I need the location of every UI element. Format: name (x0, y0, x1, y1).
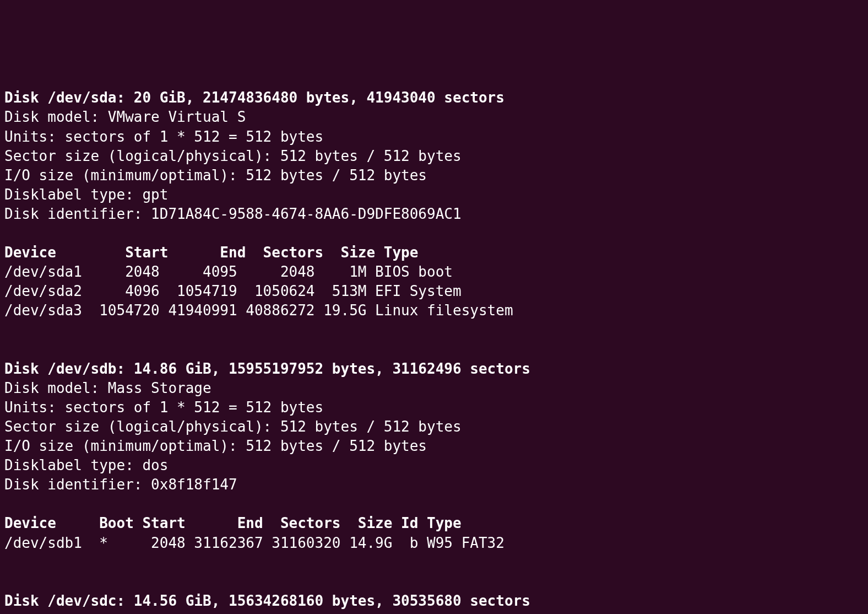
sdb-partition-table-header: Device Boot Start End Sectors Size Id Ty… (4, 514, 864, 533)
disk-sdb-disklabel: Disklabel type: dos (4, 456, 864, 475)
disk-sda-header: Disk /dev/sda: 20 GiB, 21474836480 bytes… (4, 88, 864, 107)
disk-sdb-identifier: Disk identifier: 0x8f18f147 (4, 475, 864, 494)
blank-line (4, 572, 864, 591)
disk-sdc-header: Disk /dev/sdc: 14.56 GiB, 15634268160 by… (4, 591, 864, 611)
disk-sdb-sector-size: Sector size (logical/physical): 512 byte… (4, 417, 864, 437)
blank-line (4, 224, 864, 243)
sda-partition-row: /dev/sda3 1054720 41940991 40886272 19.5… (4, 301, 864, 320)
blank-line (4, 340, 864, 359)
disk-sdb-units: Units: sectors of 1 * 512 = 512 bytes (4, 398, 864, 417)
disk-sda-units: Units: sectors of 1 * 512 = 512 bytes (4, 127, 864, 147)
blank-line (4, 494, 864, 514)
blank-line (4, 321, 864, 340)
disk-sdc-model: Disk model: STORAGE DEVICE (4, 611, 864, 614)
disk-sdb-header: Disk /dev/sdb: 14.86 GiB, 15955197952 by… (4, 359, 864, 379)
sdb-partition-row: /dev/sdb1 * 2048 31162367 31160320 14.9G… (4, 534, 864, 553)
disk-sda-model: Disk model: VMware Virtual S (4, 107, 864, 127)
sda-partition-table-header: Device Start End Sectors Size Type (4, 243, 864, 262)
sda-partition-row: /dev/sda1 2048 4095 2048 1M BIOS boot (4, 262, 864, 282)
disk-sda-identifier: Disk identifier: 1D71A84C-9588-4674-8AA6… (4, 204, 864, 224)
blank-line (4, 553, 864, 572)
disk-sdb-model: Disk model: Mass Storage (4, 379, 864, 398)
disk-sda-io-size: I/O size (minimum/optimal): 512 bytes / … (4, 166, 864, 185)
sda-partition-row: /dev/sda2 4096 1054719 1050624 513M EFI … (4, 282, 864, 301)
disk-sda-sector-size: Sector size (logical/physical): 512 byte… (4, 147, 864, 166)
disk-sdb-io-size: I/O size (minimum/optimal): 512 bytes / … (4, 437, 864, 456)
terminal-output: Disk /dev/sda: 20 GiB, 21474836480 bytes… (4, 88, 864, 614)
disk-sda-disklabel: Disklabel type: gpt (4, 185, 864, 204)
